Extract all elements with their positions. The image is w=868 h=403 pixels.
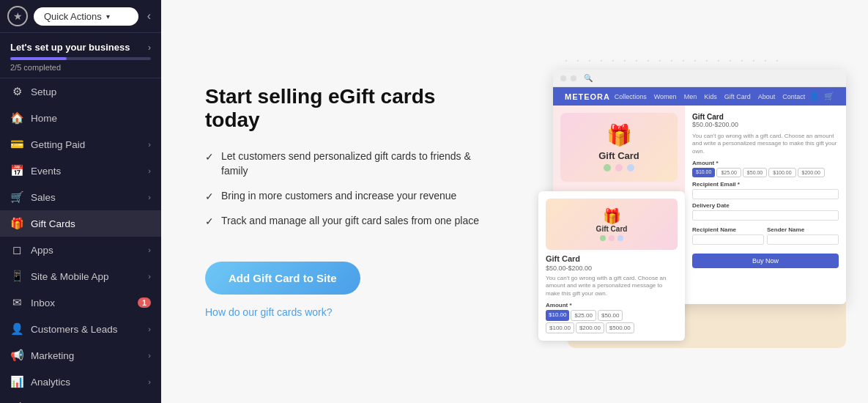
sender-col: Sender Name [767,226,839,248]
sidebar-header: ★ Quick Actions ▾ ‹ [0,0,161,33]
getting-paid-icon: 💳 [10,138,23,151]
amount-chip-25: $25.00 [716,168,741,177]
delivery-date-col: Delivery Date [692,202,839,223]
sidebar-item-label-apps: Apps [31,245,141,256]
check-icon-0: ✓ [205,150,214,165]
apps-icon: ◻ [10,243,23,256]
check-icon-2: ✓ [205,215,214,229]
sidebar-item-events[interactable]: 📅 Events › [0,158,161,184]
add-gift-card-button[interactable]: Add Gift Card to Site [205,262,360,295]
gift-cards-icon: 🎁 [10,217,23,230]
sidebar-item-sales[interactable]: 🛒 Sales › [0,184,161,210]
amount-label: Amount * [692,160,839,166]
gcb-chip-10: $10.00 [546,310,569,321]
feature-item-2: ✓Track and manage all your gift card sal… [205,214,487,229]
date-row: Delivery Date [692,202,839,223]
email-label: Recipient Email * [692,181,839,188]
sidebar-item-label-gift-cards: Gift Cards [31,218,151,229]
check-icon-1: ✓ [205,190,214,204]
sidebar-item-analytics[interactable]: 📊 Analytics › [0,369,161,395]
product-description: You can't go wrong with a gift card. Cho… [692,133,839,155]
content-area: Start selling eGift cards today ✓Let cus… [161,0,531,403]
store-name: METEORA [565,92,610,101]
amount-chip-100: $100.00 [768,168,795,177]
gcb-price: $50.00-$200.00 [546,265,678,272]
chevron-icon-sales: › [148,193,151,202]
sidebar-item-label-events: Events [31,166,141,177]
product-price: $50.00-$200.00 [692,121,839,128]
sidebar-item-label-home: Home [31,113,151,124]
collapse-sidebar-button[interactable]: ‹ [144,7,154,26]
chevron-icon-apps: › [148,245,151,254]
star-icon: ★ [7,6,28,26]
amount-chip-selected: $10.00 [692,168,715,177]
marketing-icon: 📢 [10,349,23,362]
nav-link-women: Women [654,93,677,100]
nav-link-about: About [758,93,776,100]
gcb-chip-25: $25.00 [571,310,596,321]
sidebar-item-getting-paid[interactable]: 💳 Getting Paid › [0,131,161,158]
feature-list: ✓Let customers send personalized gift ca… [205,149,487,239]
gcb-chip-500: $500.00 [606,322,634,333]
gcb-chip-200: $200.00 [576,322,604,333]
gcb-chip-50: $50.00 [598,310,623,321]
sidebar-item-home[interactable]: 🏠 Home [0,105,161,131]
preview-container: 🔍 METEORA Collections Women Men Kids Gif… [538,55,846,348]
feature-text-2: Track and manage all your gift card sale… [221,214,479,229]
preview-area: 🔍 METEORA Collections Women Men Kids Gif… [531,0,868,403]
inbox-icon: ✉ [10,296,23,309]
sidebar-item-gift-cards[interactable]: 🎁 Gift Cards [0,210,161,237]
gift-card-preview-image: 🎁 Gift Card [560,113,678,182]
chevron-icon-getting-paid: › [148,140,151,149]
browser-nav-icons: 👤 🛒 [809,92,834,101]
sidebar-item-inbox[interactable]: ✉ Inbox 1 [0,289,161,316]
chevron-down-icon: ▾ [106,12,110,21]
amount-chip-50: $50.00 [743,168,767,177]
business-setup-section: Let's set up your business › 2/5 complet… [0,33,161,78]
recipient-input [692,234,764,245]
browser-nav-links: Collections Women Men Kids Gift Card Abo… [615,93,806,100]
gcb-amounts2: $100.00 $200.00 $500.00 [546,322,678,333]
browser-bar: 🔍 [553,70,846,87]
sidebar-item-marketing[interactable]: 📢 Marketing › [0,342,161,369]
sidebar-item-automations[interactable]: ⚡ Automations › [0,395,161,403]
sender-label: Sender Name [767,226,839,233]
name-row: Recipient Name Sender Name [692,226,839,248]
amount-chips: $10.00 $25.00 $50.00 $100.00 $200.00 [692,168,839,177]
nav-items-list: ⚙ Setup 🏠 Home 💳 Getting Paid › 📅 Events… [0,78,161,403]
sidebar-item-apps[interactable]: ◻ Apps › [0,237,161,263]
buy-now-button[interactable]: Buy Now [692,254,839,268]
sidebar-item-label-sales: Sales [31,192,141,203]
business-chevron-icon: › [148,42,151,53]
browser-search-icon: 🔍 [584,74,593,82]
sidebar-item-setup[interactable]: ⚙ Setup [0,78,161,105]
quick-actions-button[interactable]: Quick Actions ▾ [34,7,138,26]
chevron-icon-site-mobile: › [148,272,151,281]
gcb-amounts: $10.00 $25.00 $50.00 [546,310,678,321]
cart-icon: 🛒 [824,92,834,101]
sidebar-item-site-mobile[interactable]: 📱 Site & Mobile App › [0,263,161,289]
how-gift-cards-work-link[interactable]: How do our gift cards work? [205,306,487,318]
main-content: Start selling eGift cards today ✓Let cus… [161,0,868,403]
chevron-icon-events: › [148,166,151,175]
amount-chip-200: $200.00 [798,168,825,177]
recipient-col: Recipient Name [692,226,764,248]
badge-inbox: 1 [138,297,151,308]
sidebar-item-label-inbox: Inbox [31,297,130,308]
delivery-input [692,210,839,221]
home-icon: 🏠 [10,111,23,125]
delivery-label: Delivery Date [692,202,839,209]
sidebar-item-label-getting-paid: Getting Paid [31,139,141,150]
gcb-chip-100: $100.00 [546,322,574,333]
browser-right-panel: Gift Card $50.00-$200.00 You can't go wr… [685,106,846,302]
nav-link-collections: Collections [615,93,647,100]
person-icon: 👤 [809,92,820,101]
sidebar-item-customers-leads[interactable]: 👤 Customers & Leads › [0,316,161,342]
chevron-icon-marketing: › [148,351,151,360]
sidebar-item-label-analytics: Analytics [31,377,141,388]
email-input [692,189,839,199]
page-title: Start selling eGift cards today [205,85,487,132]
browser-nav: METEORA Collections Women Men Kids Gift … [553,87,846,106]
recipient-label: Recipient Name [692,226,764,233]
business-setup-row[interactable]: Let's set up your business › [10,42,151,53]
